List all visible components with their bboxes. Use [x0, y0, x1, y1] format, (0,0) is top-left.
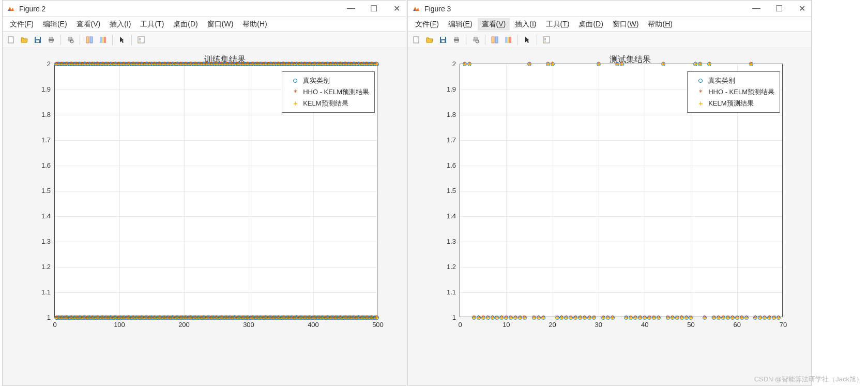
ytick-label: 1.1	[30, 288, 51, 296]
menu-item[interactable]: 文件(F)	[411, 18, 443, 31]
colorbar-icon[interactable]	[502, 34, 514, 46]
svg-rect-13	[102, 37, 104, 43]
svg-rect-30	[495, 37, 498, 43]
xtick-label: 500	[368, 321, 388, 329]
ytick-label: 1.1	[435, 288, 456, 296]
print-icon[interactable]	[45, 34, 57, 46]
menu-item[interactable]: 编辑(E)	[444, 18, 477, 31]
plot-area: 训练集结果 11.11.21.31.41.51.61.71.81.9201002…	[3, 48, 406, 385]
menu-item[interactable]: 帮助(H)	[238, 18, 271, 31]
link-axes-icon[interactable]	[489, 34, 501, 46]
matlab-icon	[412, 5, 420, 13]
menu-item[interactable]: 编辑(E)	[39, 18, 71, 31]
close-button[interactable]: ✕	[391, 4, 402, 13]
save-icon[interactable]	[32, 34, 44, 46]
legend-item[interactable]: *HHO - KELM预测结果	[287, 86, 369, 98]
menu-item[interactable]: 桌面(D)	[169, 18, 202, 31]
figure-window-3: Figure 3 — ☐ ✕ 文件(F)编辑(E)查看(V)插入(I)工具(T)…	[407, 0, 812, 386]
xtick-label: 30	[588, 321, 609, 329]
legend[interactable]: 真实类别*HHO - KELM预测结果+KELM预测结果	[282, 71, 375, 113]
minimize-button[interactable]: —	[346, 4, 356, 13]
menu-item[interactable]: 查看(V)	[478, 18, 510, 31]
xtick-label: 60	[727, 321, 748, 329]
ytick-label: 1	[30, 314, 51, 321]
legend-item[interactable]: 真实类别	[287, 75, 369, 86]
xtick-label: 0	[44, 321, 65, 329]
svg-rect-34	[543, 37, 550, 43]
titlebar[interactable]: Figure 2 — ☐ ✕	[3, 1, 406, 17]
svg-rect-2	[36, 37, 40, 39]
watermark: CSDN @智能算法研学社（Jack旭）	[754, 375, 863, 384]
ytick-label: 1.7	[435, 136, 456, 144]
insert-legend-icon[interactable]	[135, 34, 147, 46]
svg-rect-14	[104, 37, 106, 43]
xtick-label: 20	[542, 321, 563, 329]
link-axes-icon[interactable]	[83, 34, 96, 46]
window-title: Figure 3	[424, 5, 751, 13]
menu-item[interactable]: 插入(I)	[105, 18, 135, 31]
ytick-label: 1.8	[30, 111, 51, 118]
pointer-icon[interactable]	[521, 34, 534, 46]
xtick-label: 0	[450, 321, 470, 329]
menu-item[interactable]: 窗口(W)	[203, 18, 238, 31]
ytick-label: 1.4	[435, 212, 456, 220]
menu-item[interactable]: 窗口(W)	[608, 18, 643, 31]
xtick-label: 300	[238, 321, 259, 329]
titlebar[interactable]: Figure 3 — ☐ ✕	[408, 1, 811, 17]
colorbar-icon[interactable]	[97, 34, 109, 46]
svg-rect-12	[100, 37, 102, 43]
print-preview-icon[interactable]	[64, 34, 77, 46]
svg-rect-8	[69, 37, 72, 39]
ytick-label: 1.6	[435, 161, 456, 169]
maximize-button[interactable]: ☐	[774, 4, 784, 13]
ytick-label: 1.2	[30, 263, 51, 271]
menu-item[interactable]: 帮助(H)	[644, 18, 676, 31]
legend-item[interactable]: +KELM预测结果	[287, 98, 369, 109]
window-title: Figure 2	[19, 5, 346, 13]
maximize-button[interactable]: ☐	[369, 4, 379, 13]
print-preview-icon[interactable]	[469, 34, 482, 46]
print-icon[interactable]	[450, 34, 463, 46]
xtick-label: 70	[773, 321, 794, 329]
pointer-icon[interactable]	[116, 34, 128, 46]
open-icon[interactable]	[18, 34, 31, 46]
menubar: 文件(F)编辑(E)查看(V)插入(I)工具(T)桌面(D)窗口(W)帮助(H)	[3, 17, 406, 32]
close-button[interactable]: ✕	[797, 4, 807, 13]
insert-legend-icon[interactable]	[540, 34, 553, 46]
legend-item[interactable]: *HHO - KELM预测结果	[693, 86, 774, 98]
ytick-label: 2	[30, 60, 51, 68]
minimize-button[interactable]: —	[751, 4, 762, 13]
legend[interactable]: 真实类别*HHO - KELM预测结果+KELM预测结果	[687, 71, 780, 113]
menu-item[interactable]: 工具(T)	[542, 18, 574, 31]
new-icon[interactable]	[410, 34, 422, 46]
xtick-label: 40	[634, 321, 655, 329]
ytick-label: 1.3	[30, 237, 51, 245]
svg-rect-27	[474, 37, 477, 39]
toolbar	[408, 32, 811, 48]
save-icon[interactable]	[437, 34, 449, 46]
svg-rect-22	[441, 40, 445, 42]
legend-item[interactable]: 真实类别	[693, 75, 774, 86]
menu-item[interactable]: 查看(V)	[72, 18, 105, 31]
svg-rect-5	[50, 37, 53, 39]
ytick-label: 1.9	[30, 85, 51, 93]
menu-item[interactable]: 插入(I)	[511, 18, 540, 31]
ytick-label: 1.3	[435, 237, 456, 245]
svg-rect-33	[509, 37, 511, 43]
menu-item[interactable]: 文件(F)	[6, 18, 38, 31]
open-icon[interactable]	[423, 34, 436, 46]
ytick-label: 1.5	[30, 187, 51, 195]
ytick-label: 1.8	[435, 111, 456, 118]
menubar: 文件(F)编辑(E)查看(V)插入(I)工具(T)桌面(D)窗口(W)帮助(H)	[408, 17, 811, 32]
xtick-label: 100	[109, 321, 130, 329]
svg-rect-31	[505, 37, 507, 43]
ytick-label: 1.4	[30, 212, 51, 220]
legend-item[interactable]: +KELM预测结果	[693, 98, 774, 109]
menu-item[interactable]: 工具(T)	[136, 18, 168, 31]
xtick-label: 10	[496, 321, 516, 329]
new-icon[interactable]	[5, 34, 17, 46]
ytick-label: 1.9	[435, 85, 456, 93]
menu-item[interactable]: 桌面(D)	[574, 18, 607, 31]
xtick-label: 400	[303, 321, 324, 329]
svg-rect-29	[492, 37, 494, 43]
